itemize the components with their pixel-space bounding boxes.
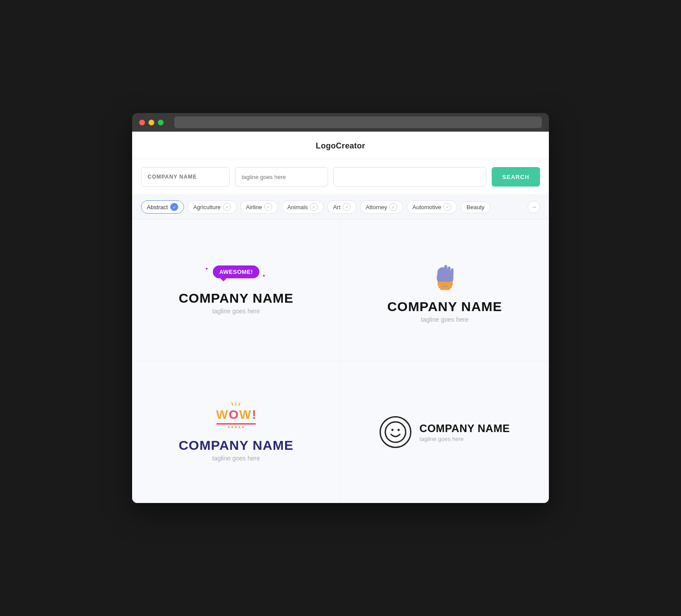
logo2-company: COMPANY NAME [387, 299, 502, 314]
check-icon-airline [264, 203, 272, 211]
filter-label-art: Art [333, 204, 340, 211]
filter-chip-airline[interactable]: Airline [240, 200, 278, 214]
close-button[interactable] [139, 120, 145, 125]
app-header: LogoCreator [132, 132, 549, 159]
logo1-company: COMPANY NAME [179, 291, 294, 306]
svg-rect-7 [438, 281, 453, 285]
logo4-company: COMPANY NAME [419, 422, 510, 435]
company-name-input[interactable] [141, 167, 230, 187]
logo4-text: COMPANY NAME tagline goes here [419, 422, 510, 442]
filter-chip-animals[interactable]: Animals [282, 200, 324, 214]
tagline-input[interactable] [235, 167, 328, 187]
svg-point-8 [385, 422, 406, 442]
browser-titlebar [132, 113, 549, 132]
browser-window: LogoCreator SEARCH Abstract Agriculture … [132, 113, 549, 503]
logo-card-4[interactable]: COMPANY NAME tagline goes here [340, 361, 549, 503]
search-bar: SEARCH [132, 159, 549, 195]
logo2-tagline: tagline goes here [421, 316, 468, 323]
wow-underline [216, 423, 256, 425]
check-icon-attorney [389, 203, 397, 211]
check-icon-art [343, 203, 351, 211]
awesome-bubble: AWESOME! [213, 265, 259, 278]
logo3-tagline: tagline goes here [212, 455, 260, 462]
filter-label-airline: Airline [246, 204, 262, 211]
spark-left-icon: ✦ [205, 266, 208, 271]
logo-icon-area-3: W O W ! [216, 402, 256, 432]
filter-label-animals: Animals [287, 204, 308, 211]
logo-icon-area-1: ✦ AWESOME! ✦ [213, 265, 259, 285]
filter-label-automotive: Automotive [412, 204, 441, 211]
wow-rays [216, 402, 256, 406]
filter-bar: Abstract Agriculture Airline Animals Art… [132, 195, 549, 219]
svg-rect-6 [444, 265, 447, 273]
keyword-input[interactable] [333, 167, 486, 187]
check-icon-animals [310, 203, 318, 211]
search-button[interactable]: SEARCH [492, 167, 540, 187]
logo-icon-area-4: COMPANY NAME tagline goes here [380, 416, 510, 448]
smiley-icon [380, 416, 411, 448]
check-icon-abstract [170, 203, 178, 211]
filter-chip-art[interactable]: Art [327, 200, 356, 214]
check-icon-automotive [443, 203, 451, 211]
filter-chip-abstract[interactable]: Abstract [141, 200, 184, 214]
address-bar [174, 117, 542, 128]
logo1-tagline: tagline goes here [212, 308, 260, 315]
filter-label-abstract: Abstract [147, 204, 168, 211]
app-title: LogoCreator [316, 141, 365, 150]
wow-dots [216, 426, 256, 428]
svg-point-10 [398, 429, 400, 431]
logo-grid: ✦ AWESOME! ✦ COMPANY NAME tagline goes h… [132, 219, 549, 503]
filter-chip-automotive[interactable]: Automotive [407, 200, 457, 214]
svg-rect-5 [451, 268, 454, 276]
check-icon-agriculture [223, 203, 231, 211]
logo-card-2[interactable]: COMPANY NAME tagline goes here [340, 219, 549, 361]
filter-label-agriculture: Agriculture [193, 204, 221, 211]
minimize-button[interactable] [149, 120, 154, 125]
logo3-company: COMPANY NAME [179, 438, 294, 453]
filter-next-button[interactable]: → [528, 201, 540, 213]
logo-card-3[interactable]: W O W ! [132, 361, 340, 503]
logo-icon-area-2 [429, 257, 460, 293]
filter-chip-attorney[interactable]: Attorney [360, 200, 403, 214]
logo4-tagline: tagline goes here [419, 436, 510, 442]
wow-icon: W O W ! [216, 402, 256, 428]
svg-rect-4 [448, 266, 451, 276]
hand-ok-icon [429, 257, 460, 293]
filter-label-beauty: Beauty [466, 204, 484, 211]
filter-label-attorney: Attorney [366, 204, 387, 211]
awesome-icon: ✦ AWESOME! ✦ [213, 265, 259, 278]
svg-point-9 [391, 429, 394, 431]
spark-right-icon: ✦ [262, 273, 266, 278]
browser-content: LogoCreator SEARCH Abstract Agriculture … [132, 132, 549, 503]
filter-chip-agriculture[interactable]: Agriculture [188, 200, 237, 214]
maximize-button[interactable] [158, 120, 164, 125]
filter-chip-beauty[interactable]: Beauty [461, 201, 490, 213]
logo-card-1[interactable]: ✦ AWESOME! ✦ COMPANY NAME tagline goes h… [132, 219, 340, 361]
wow-text: W O W ! [216, 408, 256, 422]
